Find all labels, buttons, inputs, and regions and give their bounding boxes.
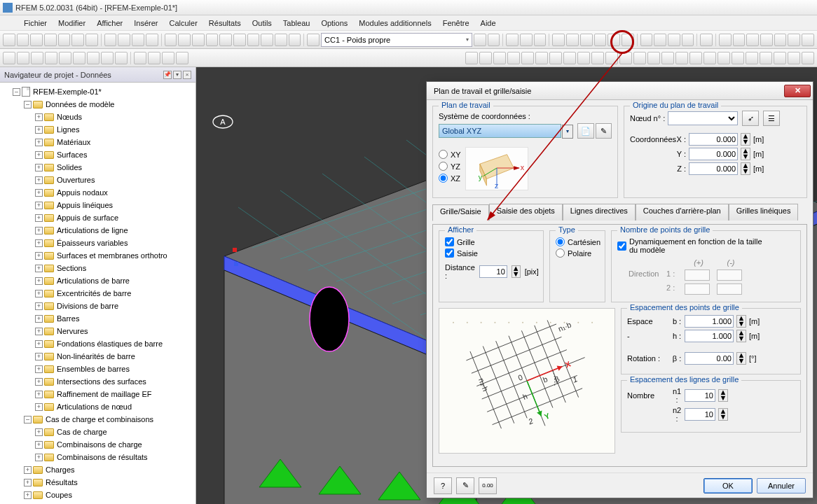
app-menu-icon[interactable] [4, 18, 17, 29]
tree-item[interactable]: +Charges [1, 463, 194, 476]
toolbar-button[interactable] [719, 34, 732, 46]
toolbar-button[interactable] [104, 34, 117, 46]
expand-icon[interactable]: + [35, 340, 43, 348]
tree-item[interactable]: +Intersections des surfaces [1, 375, 194, 388]
pick-node-button[interactable]: ➶ [742, 111, 759, 126]
expand-icon[interactable]: + [35, 151, 43, 159]
toolbar-button[interactable] [148, 52, 160, 64]
expand-icon[interactable]: + [35, 239, 43, 247]
toolbar-button[interactable] [3, 52, 15, 64]
tree[interactable]: –RFEM-Exemple-01*–Données de modèle+Nœud… [0, 83, 195, 504]
toolbar-button[interactable] [802, 52, 814, 64]
lines-n1-input[interactable] [685, 389, 715, 402]
toolbar-button[interactable] [774, 52, 786, 64]
tree-item[interactable]: +Excentricités de barre [1, 287, 194, 300]
toolbar-button[interactable] [3, 34, 15, 46]
expand-icon[interactable]: + [35, 315, 43, 323]
expand-icon[interactable]: + [35, 378, 43, 386]
tree-item[interactable]: +Barres [1, 312, 194, 325]
toolbar-button[interactable] [654, 34, 666, 46]
toolbar-button[interactable] [146, 34, 158, 46]
tree-item[interactable]: +Matériaux [1, 136, 194, 148]
spinner[interactable]: ▲▼ [718, 408, 728, 421]
distance-input[interactable] [479, 265, 507, 278]
tree-item[interactable]: +Nervures [1, 325, 194, 337]
toolbar-button[interactable] [206, 34, 219, 46]
expand-icon[interactable]: + [35, 227, 43, 234]
tree-item[interactable]: +Raffinement de maillage EF [1, 388, 194, 400]
spinner[interactable]: ▲▼ [741, 162, 750, 175]
toolbar-button[interactable] [534, 34, 547, 46]
tree-item[interactable]: +Coupes [1, 489, 194, 501]
toolbar-button[interactable] [219, 34, 232, 46]
new-cs-button[interactable]: 📄 [577, 123, 593, 139]
spinner[interactable]: ▲▼ [741, 148, 750, 160]
toolbar-button[interactable] [703, 52, 716, 64]
menu-inserer[interactable]: Insérer [130, 18, 162, 29]
toolbar-button[interactable] [493, 52, 506, 64]
tree-item[interactable]: +Articulations de ligne [1, 224, 194, 237]
expand-icon[interactable]: + [35, 139, 43, 146]
tree-item[interactable]: +Lignes [1, 123, 194, 136]
dropdown-icon[interactable]: ▾ [173, 71, 181, 79]
toolbar-button[interactable] [774, 34, 787, 46]
plane-xz-radio[interactable]: XZ [439, 174, 461, 183]
menu-outils[interactable]: Outils [248, 18, 276, 29]
expand-icon[interactable]: + [35, 428, 43, 436]
expand-icon[interactable]: + [24, 479, 32, 486]
check-dynamique[interactable]: Dynamiquement en fonction de la taille d… [617, 237, 795, 254]
spacing-b-input[interactable] [685, 315, 734, 328]
toolbar-button[interactable] [479, 52, 492, 64]
tree-root[interactable]: –RFEM-Exemple-01* [1, 85, 194, 98]
menu-modifier[interactable]: Modifier [54, 18, 90, 29]
loadcase-type-button[interactable] [307, 34, 320, 46]
toolbar-button[interactable] [594, 34, 607, 46]
node-select[interactable] [668, 111, 738, 125]
toolbar-button[interactable] [59, 52, 71, 64]
menu-fenetre[interactable]: Fenêtre [439, 18, 474, 29]
toolbar-button[interactable] [668, 34, 680, 46]
check-saisie[interactable]: Saisie [445, 248, 537, 258]
menu-afficher[interactable]: Afficher [92, 18, 127, 29]
tree-item[interactable]: +Solides [1, 161, 194, 174]
tree-item[interactable]: +Combinaisons de charge [1, 438, 194, 451]
coord-z-input[interactable] [689, 162, 738, 175]
toolbar-button[interactable] [176, 52, 188, 64]
toolbar-button[interactable] [760, 52, 772, 64]
menu-modules[interactable]: Modules additionnels [355, 18, 435, 29]
loadcase-select[interactable]: CC1 - Poids propre ▾ [321, 33, 472, 47]
units-button[interactable]: 0.00 [479, 477, 497, 494]
toolbar-button[interactable] [134, 52, 146, 64]
toolbar-button[interactable] [465, 52, 478, 64]
toolbar-button[interactable] [661, 52, 674, 64]
toolbar-button[interactable] [44, 34, 57, 46]
toolbar-button[interactable] [233, 34, 246, 46]
expand-icon[interactable]: + [35, 202, 43, 209]
next-loadcase-button[interactable] [488, 34, 500, 46]
toolbar-button[interactable] [289, 34, 301, 46]
edit-button[interactable]: ✎ [456, 477, 474, 494]
expand-icon[interactable]: + [35, 290, 43, 298]
toolbar-button[interactable] [275, 34, 287, 46]
tree-item[interactable]: +Fondations élastiques de barre [1, 337, 194, 350]
coord-y-input[interactable] [689, 148, 738, 160]
toolbar-button[interactable] [115, 52, 128, 64]
menu-resultats[interactable]: Résultats [205, 18, 245, 29]
expand-icon[interactable]: + [35, 302, 43, 310]
expand-icon[interactable]: + [35, 277, 43, 285]
tree-item[interactable]: +Cas de charge [1, 426, 194, 438]
toolbar-button[interactable] [118, 34, 130, 46]
edit-cs-button[interactable]: ✎ [596, 123, 612, 139]
toolbar-button[interactable] [580, 34, 593, 46]
ok-button[interactable]: OK [703, 478, 753, 493]
toolbar-button[interactable] [132, 34, 144, 46]
expand-icon[interactable]: – [24, 101, 32, 108]
expand-icon[interactable]: + [35, 328, 43, 335]
tab-grille[interactable]: Grille/Saisie [432, 204, 489, 221]
toolbar-button[interactable] [87, 52, 99, 64]
coord-x-input[interactable] [689, 133, 738, 146]
plane-xy-radio[interactable]: XY [439, 150, 461, 159]
toolbar-button[interactable] [535, 52, 548, 64]
expand-icon[interactable]: + [35, 176, 43, 184]
toolbar-button[interactable] [760, 34, 773, 46]
